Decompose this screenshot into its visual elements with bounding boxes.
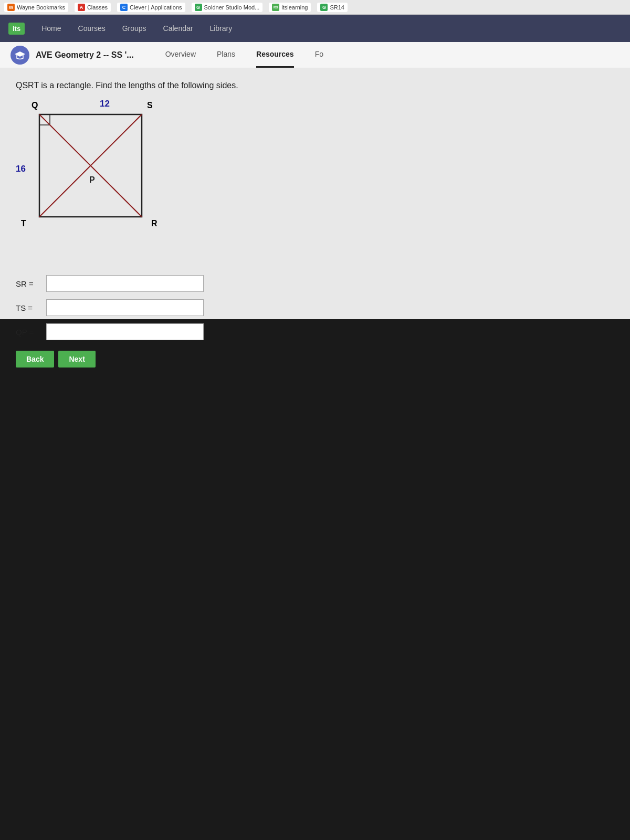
tab-sr14[interactable]: G SR14 xyxy=(317,3,348,12)
top-nav: its Home Courses Groups Calendar Library xyxy=(0,15,630,42)
left-dimension-label: 16 xyxy=(16,164,26,174)
corner-t-label: T xyxy=(21,219,26,228)
tab-soldner[interactable]: G Soldner Studio Mod... xyxy=(192,3,263,12)
tab-resources[interactable]: Resources xyxy=(256,42,294,68)
sr-label: SR = xyxy=(16,279,42,288)
tab-clever-label: Clever | Applications xyxy=(130,4,182,10)
wayne-icon: W xyxy=(7,4,15,11)
tab-sr14-label: SR14 xyxy=(330,4,344,10)
nav-groups[interactable]: Groups xyxy=(122,22,146,35)
tab-fo[interactable]: Fo xyxy=(315,42,323,68)
sr-input-row: SR = xyxy=(16,275,614,292)
tab-wayne-label: Wayne Bookmarks xyxy=(17,4,65,10)
tab-soldner-label: Soldner Studio Mod... xyxy=(204,4,260,10)
ts-input[interactable] xyxy=(46,299,204,316)
sr-input[interactable] xyxy=(46,275,204,292)
nav-courses[interactable]: Courses xyxy=(78,22,106,35)
tab-itslearning-label: itslearning xyxy=(281,4,308,10)
itslearning-icon: its xyxy=(272,4,279,11)
nav-calendar[interactable]: Calendar xyxy=(163,22,193,35)
app-wrapper: its Home Courses Groups Calendar Library… xyxy=(0,15,630,319)
ts-input-row: TS = xyxy=(16,299,614,316)
soldner-icon: G xyxy=(195,4,202,11)
corner-r-label: R xyxy=(151,219,158,228)
figure-container: Q 12 S 16 T R xyxy=(16,101,184,260)
black-area xyxy=(0,319,630,840)
tab-clever[interactable]: C Clever | Applications xyxy=(117,3,185,12)
nav-library[interactable]: Library xyxy=(209,22,232,35)
clever-icon: C xyxy=(120,4,128,11)
qp-input[interactable] xyxy=(46,323,204,340)
top-dimension-label: 12 xyxy=(100,99,110,109)
browser-bar: W Wayne Bookmarks A Classes C Clever | A… xyxy=(0,0,630,15)
problem-description: QSRT is a rectangle. Find the lengths of… xyxy=(16,81,614,90)
geometry-figure: Q 12 S 16 T R xyxy=(16,101,173,258)
graduation-icon xyxy=(15,50,25,60)
tab-overview[interactable]: Overview xyxy=(165,42,196,68)
tab-classes-label: Classes xyxy=(87,4,108,10)
svg-text:P: P xyxy=(89,175,95,184)
ts-label: TS = xyxy=(16,303,42,312)
tab-itslearning[interactable]: its itslearning xyxy=(269,3,311,12)
nav-home[interactable]: Home xyxy=(41,22,61,35)
course-tabs: Overview Plans Resources Fo xyxy=(165,42,323,68)
qp-label: QP = xyxy=(16,328,42,337)
course-title: AVE Geometry 2 -- SS '... xyxy=(36,50,134,60)
back-button[interactable]: Back xyxy=(16,351,54,368)
classes-icon: A xyxy=(78,4,85,11)
tab-plans[interactable]: Plans xyxy=(217,42,235,68)
course-icon xyxy=(10,46,29,65)
course-header: AVE Geometry 2 -- SS '... Overview Plans… xyxy=(0,42,630,68)
next-button[interactable]: Next xyxy=(58,351,95,368)
tab-classes[interactable]: A Classes xyxy=(75,3,111,12)
its-logo: its xyxy=(8,23,25,35)
sr14-icon: G xyxy=(320,4,328,11)
rectangle-svg: P xyxy=(34,109,150,230)
tab-wayne[interactable]: W Wayne Bookmarks xyxy=(4,3,68,12)
